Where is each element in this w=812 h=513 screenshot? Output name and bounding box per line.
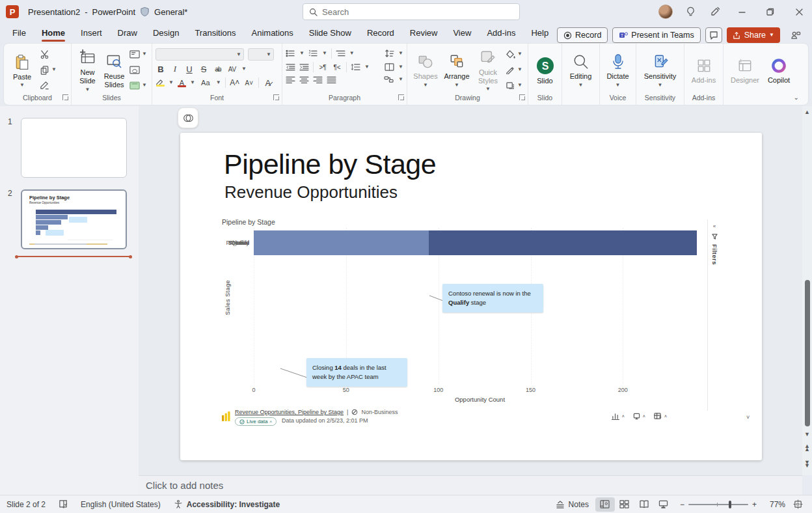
font-dialog-launcher[interactable]: [273, 94, 279, 100]
presenter-feedback-button[interactable]: [785, 25, 807, 45]
bold-button[interactable]: B: [156, 64, 166, 74]
zoom-slider[interactable]: [686, 495, 751, 513]
paste-button[interactable]: Paste ▼: [7, 51, 37, 89]
account-avatar[interactable]: [655, 2, 677, 21]
ltr-button[interactable]: >¶: [318, 64, 328, 71]
zoom-slider-track[interactable]: [688, 504, 748, 505]
section-button[interactable]: ▼: [128, 79, 148, 91]
notes-placeholder[interactable]: Click to add notes: [146, 480, 223, 491]
zoom-slider-handle[interactable]: [729, 501, 731, 508]
new-slide-button[interactable]: New Slide ▼: [75, 47, 100, 92]
underline-button[interactable]: U: [184, 64, 195, 74]
zoom-out-button[interactable]: −: [673, 495, 686, 513]
zoom-in-button[interactable]: +: [751, 495, 763, 513]
align-right-button[interactable]: [313, 76, 323, 83]
search-input[interactable]: [322, 7, 491, 17]
canvas-copilot-button[interactable]: [178, 107, 198, 128]
dictate-button[interactable]: Dictate ▼: [603, 51, 632, 88]
font-color-button[interactable]: A: [178, 79, 186, 87]
comments-button[interactable]: [705, 27, 722, 43]
font-name-combobox[interactable]: ▼: [156, 48, 244, 61]
reading-view-button[interactable]: [634, 497, 654, 512]
slideshow-view-button[interactable]: [654, 497, 673, 512]
bullets-button[interactable]: [286, 49, 295, 57]
cut-button[interactable]: [38, 48, 58, 60]
sensitivity-label-text[interactable]: General*: [154, 7, 187, 17]
chart-visuals-button[interactable]: ˄: [612, 413, 625, 420]
editing-button[interactable]: Editing ▼: [566, 51, 596, 88]
clear-formatting-button[interactable]: A̷: [263, 78, 273, 88]
convert-smartart-button[interactable]: [384, 76, 394, 83]
decrease-indent-button[interactable]: [286, 63, 295, 71]
pipeline-chart[interactable]: Pipeline by Stage Sales Stage Lead Quali…: [218, 216, 707, 413]
rtl-button[interactable]: ¶<: [332, 64, 342, 71]
classification-label[interactable]: Non-Business: [361, 409, 398, 415]
minimize-button[interactable]: [729, 1, 755, 23]
record-button[interactable]: Record: [557, 27, 608, 43]
notes-pane[interactable]: Click to add notes: [139, 475, 802, 495]
clipboard-dialog-launcher[interactable]: [62, 94, 68, 100]
bar-finalize[interactable]: [254, 230, 280, 255]
copilot-button[interactable]: Copilot: [764, 55, 794, 85]
notes-toggle-button[interactable]: Notes: [549, 495, 595, 513]
scrollbar-thumb[interactable]: [805, 280, 810, 426]
vertical-scrollbar[interactable]: ▲ ▼ ▲▲ ▼▼: [802, 106, 812, 475]
list-level-button[interactable]: [336, 49, 345, 57]
increase-indent-button[interactable]: [299, 63, 309, 71]
font-size-combobox[interactable]: ▼: [248, 48, 274, 61]
normal-view-button[interactable]: [595, 497, 615, 512]
fit-to-window-button[interactable]: [792, 495, 812, 513]
slide-2-thumbnail[interactable]: Pipeline by Stage Revenue Opportunities: [21, 189, 127, 249]
ribbon-collapse-chevron[interactable]: ⌄: [794, 94, 799, 101]
tab-add-ins[interactable]: Add-ins: [480, 25, 522, 42]
tab-slide-show[interactable]: Slide Show: [302, 25, 359, 42]
tab-animations[interactable]: Animations: [245, 25, 301, 42]
subscript-button[interactable]: ab: [213, 66, 223, 73]
spell-check-button[interactable]: [52, 495, 74, 513]
tab-record[interactable]: Record: [360, 25, 401, 42]
slido-button[interactable]: S Slido: [532, 55, 558, 85]
numbering-button[interactable]: [308, 49, 318, 57]
search-bar[interactable]: [303, 3, 520, 20]
share-button[interactable]: Share ▼: [727, 27, 780, 43]
whats-new-button[interactable]: [679, 2, 701, 21]
restore-button[interactable]: [757, 1, 783, 23]
slide-indicator[interactable]: Slide 2 of 2: [0, 495, 52, 513]
language-indicator[interactable]: English (United States): [74, 495, 167, 513]
tab-draw[interactable]: Draw: [111, 25, 144, 42]
strikethrough-button[interactable]: S: [198, 64, 209, 74]
previous-slide-button[interactable]: ▲▲: [804, 445, 810, 452]
slide-1-thumbnail[interactable]: [21, 118, 127, 178]
highlight-button[interactable]: [156, 79, 165, 87]
present-in-teams-button[interactable]: T Present in Teams: [612, 27, 700, 43]
powerpoint-logo-icon[interactable]: P: [6, 5, 19, 18]
shapes-button[interactable]: Shapes ▼: [411, 51, 440, 88]
tab-file[interactable]: File: [5, 25, 33, 42]
designer-button[interactable]: Designer: [730, 55, 760, 85]
filters-pane[interactable]: « Filters: [707, 219, 721, 411]
callout-finalize[interactable]: Closing 14 deals in the last week by the…: [306, 358, 407, 387]
drawing-dialog-launcher[interactable]: [519, 94, 525, 100]
paragraph-dialog-launcher[interactable]: [398, 94, 404, 100]
slide-title[interactable]: Pipeline by Stage: [224, 148, 436, 180]
line-spacing-button[interactable]: [351, 63, 360, 71]
italic-button[interactable]: I: [170, 64, 180, 74]
chart-table-button[interactable]: ˄: [654, 413, 667, 420]
tab-insert[interactable]: Insert: [74, 25, 109, 42]
scroll-down-arrow[interactable]: ▼: [804, 432, 810, 437]
align-center-button[interactable]: [299, 76, 309, 83]
next-slide-button[interactable]: ▼▼: [804, 461, 810, 468]
justify-button[interactable]: [327, 76, 336, 83]
sensitivity-button[interactable]: Sensitivity ▼: [645, 51, 675, 88]
quick-styles-button[interactable]: Quick Styles ▼: [473, 48, 503, 92]
change-case-button[interactable]: Aa: [199, 79, 212, 87]
tab-view[interactable]: View: [446, 25, 478, 42]
chart-filter-button[interactable]: ˄: [633, 413, 645, 420]
slide-subtitle[interactable]: Revenue Opportunities: [224, 182, 398, 202]
shape-fill-button[interactable]: ▼: [504, 48, 524, 60]
reuse-slides-button[interactable]: Reuse Slides: [102, 51, 127, 89]
columns-button[interactable]: [385, 63, 394, 71]
close-button[interactable]: [786, 1, 812, 23]
slide-canvas[interactable]: Pipeline by Stage Revenue Opportunities …: [180, 133, 762, 460]
tab-home[interactable]: Home: [34, 25, 72, 42]
